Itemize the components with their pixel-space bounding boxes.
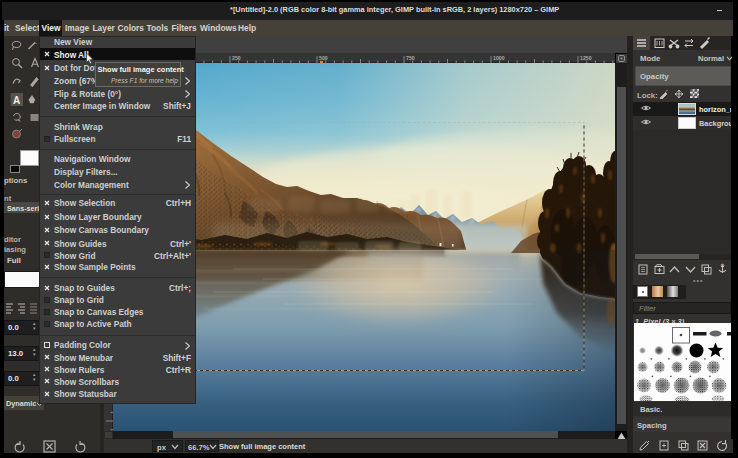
svg-text:500: 500 <box>319 55 328 61</box>
svg-text:1000: 1000 <box>493 55 505 61</box>
svg-text:250: 250 <box>232 55 241 61</box>
svg-text:750: 750 <box>406 55 415 61</box>
svg-text:A: A <box>13 94 20 105</box>
svg-text:1250: 1250 <box>580 55 592 61</box>
